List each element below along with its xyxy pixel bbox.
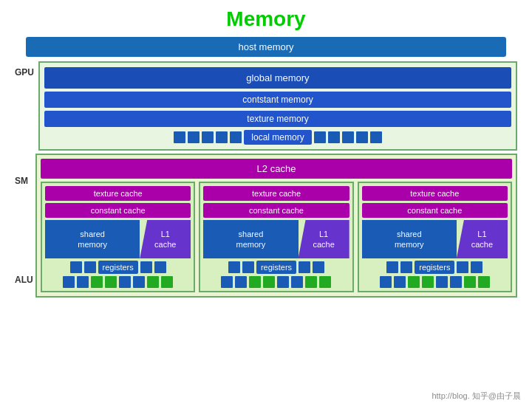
texture-cache-1: texture cache [45,186,191,201]
alu-row-3 [362,276,508,288]
alu-b-3c [436,276,448,288]
alu-g-2c [305,276,317,288]
alu-b-2a [221,276,233,288]
shared-memory-1: sharedmemory [45,220,140,258]
texture-cache-2: texture cache [203,186,349,201]
global-memory: global memory [44,67,511,89]
reg-blue-2b [242,261,254,273]
reg-blue-3b [400,261,412,273]
local-row: local memory [44,130,511,145]
sm-alu-labels: SM ALU [15,154,35,285]
sm-blocks-row: texture cache constant cache sharedmemor… [41,182,512,292]
shared-memory-2: sharedmemory [203,220,298,258]
sm-alu-container: SM ALU L2 cache texture cache constant c… [15,154,517,298]
blue-sq-2 [188,131,200,143]
alu-g-3d [478,276,490,288]
shared-memory-label-1: sharedmemory [78,229,107,250]
sm-block-2: texture cache constant cache sharedmemor… [199,182,353,292]
blue-sq-8 [342,131,354,143]
page-title: Memory [226,7,305,31]
alu-g-1c [147,276,159,288]
constant-cache-1: constant cache [45,203,191,218]
host-memory-label: host memory [238,41,293,52]
watermark: http://blog. 知乎@由子晨 [432,391,521,402]
l2-cache: L2 cache [41,159,512,179]
registers-label-2: registers [256,261,296,274]
l1-cache-3: L1cache [457,220,508,258]
blue-sq-6 [314,131,326,143]
alu-g-2a [249,276,261,288]
page: Memory host memory GPU global memory con… [0,0,532,409]
registers-row-2: registers [203,261,349,274]
registers-label-1: registers [98,261,138,274]
l1-cache-label-1: L1cache [154,229,176,250]
alu-b-2d [291,276,303,288]
alu-b-1d [133,276,145,288]
alu-g-1a [91,276,103,288]
shared-l1-row-3: sharedmemory L1cache [362,220,508,258]
blue-sq-7 [328,131,340,143]
shared-l1-row-2: sharedmemory L1cache [203,220,349,258]
sm-block-1: texture cache constant cache sharedmemor… [41,182,195,292]
alu-b-3d [450,276,462,288]
shared-memory-3: sharedmemory [362,220,457,258]
host-memory-box: host memory [26,37,506,57]
blue-sq-1 [174,131,185,143]
alu-g-3c [464,276,476,288]
alu-row-1 [45,276,191,288]
reg-blue-3c [457,261,468,273]
alu-g-2b [263,276,275,288]
registers-label-3: registers [415,261,454,274]
blue-sq-9 [356,131,368,143]
alu-b-3b [394,276,406,288]
sm-block-3: texture cache constant cache sharedmemor… [358,182,512,292]
alu-b-1b [77,276,89,288]
reg-blue-1c [140,261,152,273]
texture-memory: texture memory [44,111,511,127]
alu-b-1c [119,276,131,288]
constant-cache-3: constant cache [362,203,508,218]
alu-row-2 [203,276,349,288]
reg-blue-1a [70,261,82,273]
blue-sq-10 [370,131,382,143]
sm-label: SM [15,176,28,186]
blue-sq-3 [202,131,214,143]
alu-b-2c [277,276,289,288]
sm-inner: L2 cache texture cache constant cache sh… [35,154,517,298]
l1-cache-2: L1cache [299,220,349,258]
registers-row-3: registers [362,261,508,274]
registers-row-1: registers [45,261,191,274]
l1-cache-label-2: L1cache [313,229,334,250]
shared-memory-label-2: sharedmemory [236,229,266,250]
gpu-container: GPU global memory contstant memory textu… [15,61,517,151]
reg-blue-1b [84,261,96,273]
local-memory: local memory [244,130,311,145]
blue-sq-4 [216,131,228,143]
l1-cache-label-3: L1cache [471,229,493,250]
shared-l1-row-1: sharedmemory L1cache [45,220,191,258]
reg-blue-1d [154,261,166,273]
shared-memory-label-3: sharedmemory [395,229,424,250]
blue-sq-5 [230,131,242,143]
alu-g-1b [105,276,117,288]
alu-b-1a [63,276,75,288]
reg-blue-3a [386,261,398,273]
alu-b-3a [380,276,392,288]
reg-blue-2a [228,261,240,273]
constant-memory: contstant memory [44,92,511,108]
texture-cache-3: texture cache [362,186,508,201]
alu-g-2d [319,276,331,288]
alu-g-3b [422,276,434,288]
alu-g-1d [161,276,173,288]
gpu-inner: global memory contstant memory texture m… [38,61,517,151]
reg-blue-2d [313,261,324,273]
alu-label: ALU [15,275,33,285]
reg-blue-2c [299,261,310,273]
alu-b-2b [235,276,247,288]
constant-cache-2: constant cache [203,203,349,218]
gpu-label: GPU [15,67,35,78]
l1-cache-1: L1cache [140,220,191,258]
reg-blue-3d [471,261,482,273]
alu-g-3a [408,276,420,288]
